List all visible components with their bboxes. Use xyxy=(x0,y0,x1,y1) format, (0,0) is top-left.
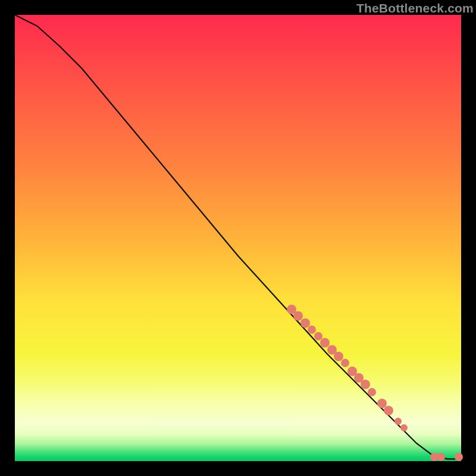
marker-dot xyxy=(437,453,445,461)
marker-dot xyxy=(384,406,393,415)
trajectory-line xyxy=(15,15,461,459)
marker-dot xyxy=(368,388,376,396)
curve-layer xyxy=(15,15,461,461)
marker-dot xyxy=(394,418,402,425)
marker-dot xyxy=(341,359,349,367)
marker-dot xyxy=(361,380,370,389)
marker-dot xyxy=(455,453,463,461)
watermark-text: TheBottleneck.com xyxy=(356,1,474,15)
marker-dot xyxy=(308,325,316,334)
chart-stage: TheBottleneck.com xyxy=(0,0,476,476)
marker-dot xyxy=(400,424,408,431)
plot-area xyxy=(15,15,461,461)
